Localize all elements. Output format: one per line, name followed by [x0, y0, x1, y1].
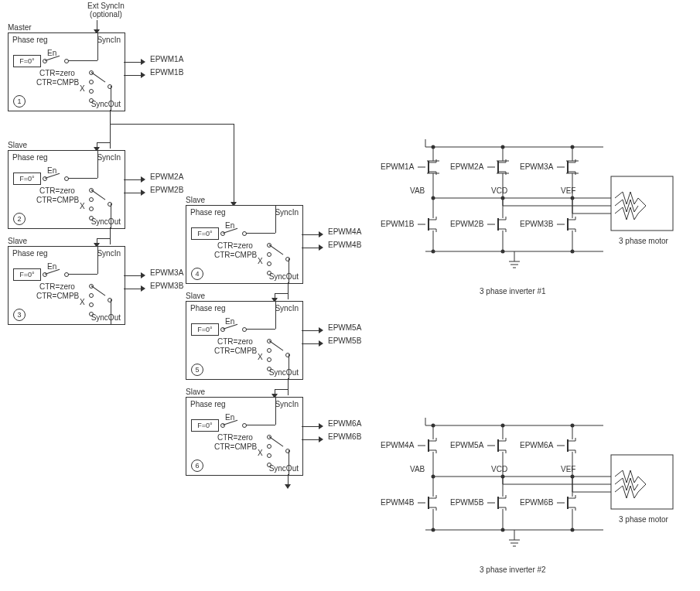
ctr-zero-label: CTR=zero — [39, 69, 75, 77]
epwm-module-2: Phase reg SyncIn F=0° En CTR=zero CTR=CM… — [8, 150, 125, 229]
epwm-module-3: Phase reg SyncIn F=0° En CTR=zero CTR=CM… — [8, 246, 125, 325]
svg-rect-36 — [611, 176, 673, 231]
epwm2a-label: EPWM2A — [150, 173, 183, 181]
inv1-caption: 3 phase inverter #1 — [480, 287, 546, 296]
module-6-role: Slave — [186, 388, 205, 396]
module-4-role: Slave — [186, 196, 205, 204]
epwm4b-label: EPWM4B — [328, 241, 361, 249]
epwm-module-4: Phase reg SyncIn F=0° En CTR=zero CTR=CM… — [186, 205, 303, 284]
inv1-topC: EPWM3A — [520, 162, 554, 171]
inv2-topB: EPWM5A — [450, 441, 484, 449]
inv1-phC: VEF — [561, 186, 575, 195]
inv1-phB: VCD — [491, 186, 507, 195]
svg-rect-72 — [611, 455, 673, 509]
inv2-topC: EPWM6A — [520, 441, 554, 449]
svg-point-61 — [501, 528, 505, 532]
module-number: 1 — [13, 95, 26, 108]
inv2-phB: VCD — [491, 465, 507, 473]
epwm5b-label: EPWM5B — [328, 336, 361, 345]
epwm1a-arrow — [124, 58, 147, 66]
phase-value-box: F=0° — [13, 55, 41, 67]
sync-1-4h — [110, 124, 234, 125]
syncout-label: SyncOut — [91, 100, 121, 108]
sync-1-2 — [110, 110, 111, 149]
svg-point-60 — [432, 528, 435, 532]
inv2-motor: 3 phase motor — [619, 515, 669, 524]
module-5-role: Slave — [186, 292, 205, 300]
epwm3b-label: EPWM3B — [150, 282, 183, 290]
module-2-role: Slave — [8, 141, 27, 149]
epwm6b-label: EPWM6B — [328, 432, 361, 441]
inv1-botC: EPWM3B — [520, 220, 554, 228]
ext-syncin-label: Ext SyncIn (optional) — [87, 2, 125, 19]
x-label: X — [80, 84, 85, 93]
inverter-1-schematic: EPWM1A EPWM2A EPWM3A EPWM1B EPWM2B EPWM3… — [379, 132, 688, 313]
epwm-module-5: Phase reg SyncIn F=0° En CTR=zero CTR=CM… — [186, 301, 303, 380]
epwm-module-6: Phase reg SyncIn F=0° En CTR=zero CTR=CM… — [186, 397, 303, 476]
inv1-topA: EPWM1A — [381, 162, 415, 171]
inv1-topB: EPWM2A — [450, 162, 484, 171]
svg-point-62 — [571, 528, 575, 532]
phase-reg-label: Phase reg — [12, 36, 48, 44]
epwm1b-arrow — [124, 71, 147, 79]
epwm6a-label: EPWM6A — [328, 419, 361, 428]
epwm1a-label: EPWM1A — [150, 55, 183, 63]
epwm-module-1: Phase reg SyncIn F=0° En CTR=zero CTR=CM… — [8, 32, 125, 111]
ctr-cmpb-label: CTR=CMPB — [36, 78, 79, 87]
inv2-phA: VAB — [410, 465, 425, 473]
inv1-phA: VAB — [410, 186, 425, 195]
module-3-role: Slave — [8, 237, 27, 245]
epwm5a-label: EPWM5A — [328, 323, 361, 332]
inv2-botC: EPWM6B — [520, 498, 554, 507]
svg-point-26 — [571, 250, 575, 254]
syncin-label: SyncIn — [97, 36, 121, 44]
svg-point-25 — [501, 250, 505, 254]
sync-1-4v — [234, 124, 234, 203]
epwm4a-label: EPWM4A — [328, 227, 361, 236]
epwm3a-label: EPWM3A — [150, 268, 183, 277]
inv1-motor: 3 phase motor — [619, 237, 669, 245]
inv2-phC: VEF — [561, 465, 575, 473]
svg-point-24 — [432, 250, 435, 254]
inv1-botA: EPWM1B — [381, 220, 415, 228]
inv2-topA: EPWM4A — [381, 441, 415, 449]
inv2-botB: EPWM5B — [450, 498, 484, 507]
inv1-botB: EPWM2B — [450, 220, 484, 228]
inv2-caption: 3 phase inverter #2 — [480, 565, 546, 574]
module-1-role: Master — [8, 23, 32, 32]
inverter-2-schematic: EPWM4A EPWM5A EPWM6A EPWM4B EPWM5B EPWM6… — [379, 410, 688, 591]
epwm2b-label: EPWM2B — [150, 186, 183, 194]
inv2-botA: EPWM4B — [381, 498, 415, 507]
epwm1b-label: EPWM1B — [150, 68, 183, 77]
